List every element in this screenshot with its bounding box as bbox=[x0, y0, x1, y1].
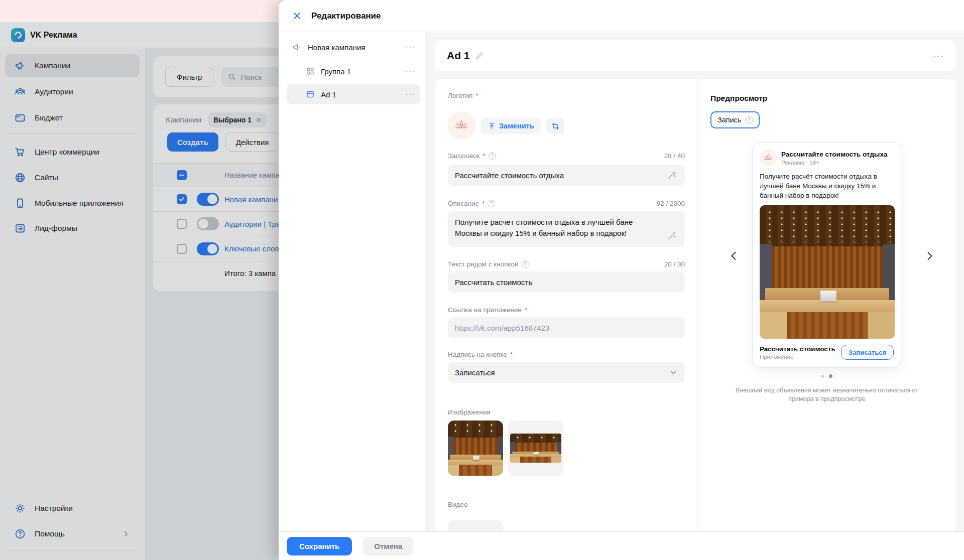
more-icon[interactable]: ··· bbox=[405, 42, 415, 52]
sauna-image bbox=[760, 205, 895, 339]
sauna-image bbox=[448, 421, 503, 476]
megaphone-icon bbox=[292, 42, 302, 52]
preview-cta-title: Рассчитать стоимость bbox=[760, 345, 835, 353]
ad-edit-card: Логотип* Заменить Заголовок* ? bbox=[435, 79, 956, 531]
modal-header: Редактирование bbox=[279, 0, 964, 32]
carousel-prev-arrow[interactable] bbox=[728, 250, 740, 262]
headline-input[interactable] bbox=[448, 165, 685, 186]
form-divider bbox=[448, 484, 685, 484]
preview-cta-subtitle: Приложение bbox=[760, 354, 835, 360]
tree-item-campaign[interactable]: Новая кампания ··· bbox=[287, 37, 420, 57]
edit-modal: Редактирование Новая кампания ··· Группа… bbox=[279, 0, 964, 560]
field-label: Изображения bbox=[448, 408, 491, 416]
field-label: Заголовок bbox=[448, 152, 479, 160]
tree-item-group[interactable]: Группа 1 ··· bbox=[287, 61, 420, 81]
lotus-logo-icon bbox=[453, 117, 469, 133]
chevron-down-icon bbox=[669, 368, 678, 377]
sauna-image bbox=[510, 434, 561, 463]
app-link-input[interactable] bbox=[448, 317, 685, 338]
image-thumbnail-square[interactable] bbox=[448, 421, 503, 476]
field-label: Надпись на кнопке bbox=[448, 351, 507, 358]
preview-disclaimer: Внешний вид объявления может незначитель… bbox=[727, 386, 927, 403]
video-upload-placeholder[interactable] bbox=[448, 520, 503, 531]
modal-footer: Сохранить Отмена bbox=[279, 531, 964, 560]
close-icon[interactable] bbox=[292, 11, 302, 21]
more-icon[interactable]: ··· bbox=[933, 50, 944, 61]
preview-ad-title: Рассчитайте стоимость отдыха bbox=[781, 151, 887, 159]
modal-backdrop[interactable] bbox=[0, 22, 279, 560]
required-asterisk: * bbox=[482, 200, 485, 207]
tree-item-label: Ad 1 bbox=[321, 90, 336, 99]
ad-logo bbox=[760, 150, 777, 167]
save-button[interactable]: Сохранить bbox=[287, 537, 352, 555]
ad-logo-thumbnail bbox=[447, 111, 475, 139]
required-asterisk: * bbox=[483, 152, 485, 160]
ai-wand-icon[interactable] bbox=[667, 170, 677, 180]
crop-icon bbox=[551, 122, 560, 130]
replace-logo-label: Заменить bbox=[499, 122, 534, 130]
carousel-dot[interactable] bbox=[821, 375, 824, 378]
ad-preview-card: Рассчитайте стоимость отдыха Реклама · 1… bbox=[752, 142, 901, 368]
ad-title: Ad 1 bbox=[447, 50, 470, 62]
button-label-select[interactable]: Записаться bbox=[448, 362, 685, 383]
preview-title: Предпросмотр bbox=[710, 94, 767, 103]
images-label-row: Изображения bbox=[448, 408, 685, 416]
structure-tree: Новая кампания ··· Группа 1 ··· Ad 1 ··· bbox=[279, 33, 427, 531]
pencil-icon[interactable] bbox=[475, 51, 484, 60]
preview-panel: Предпросмотр Запись ? Рассчитайте стоимо… bbox=[698, 79, 956, 531]
carousel-dot-active[interactable] bbox=[829, 374, 832, 378]
button-text-label-row: Текст рядом с кнопкой ? 20 / 30 bbox=[448, 260, 685, 268]
select-value: Записаться bbox=[455, 368, 495, 377]
button-text-input[interactable] bbox=[448, 271, 685, 293]
lotus-logo-icon bbox=[763, 153, 774, 164]
field-label: Видео bbox=[448, 501, 467, 508]
description-textarea[interactable]: Получите расчёт стоимости отдыха в лучше… bbox=[448, 211, 685, 247]
carousel-dots[interactable] bbox=[752, 374, 901, 378]
headline-label-row: Заголовок* ? 28 / 40 bbox=[448, 152, 685, 160]
tree-item-ad[interactable]: Ad 1 ··· bbox=[287, 84, 420, 104]
modal-title: Редактирование bbox=[311, 11, 381, 21]
help-icon[interactable]: ? bbox=[489, 152, 496, 160]
ai-wand-icon[interactable] bbox=[667, 231, 677, 241]
preview-ad-image bbox=[760, 205, 895, 339]
required-asterisk: * bbox=[525, 306, 527, 314]
field-label: Логотип bbox=[448, 92, 472, 99]
modal-body: Ad 1 ··· Логотип* Заменить bbox=[427, 33, 964, 531]
help-icon[interactable]: ? bbox=[745, 116, 753, 124]
logo-label-row: Логотип* bbox=[448, 92, 685, 99]
required-asterisk: * bbox=[475, 92, 478, 99]
grid-icon bbox=[306, 67, 315, 76]
button-label-row: Надпись на кнопке* bbox=[448, 351, 685, 358]
field-label: Описание bbox=[448, 200, 479, 207]
preview-cta-button[interactable]: Записаться bbox=[841, 345, 894, 360]
format-chip-label: Запись bbox=[717, 116, 742, 124]
more-icon[interactable]: ··· bbox=[405, 89, 415, 99]
tree-item-label: Новая кампания bbox=[308, 43, 365, 52]
help-icon[interactable]: ? bbox=[522, 260, 529, 268]
screen: VK Реклама Кампании Аудитории Бюджет Цен… bbox=[0, 0, 964, 560]
field-label: Текст рядом с кнопкой bbox=[448, 260, 519, 268]
ad-form: Логотип* Заменить Заголовок* ? bbox=[435, 79, 698, 531]
preview-ad-text: Получите расчёт стоимости отдыха в лучше… bbox=[760, 172, 894, 200]
char-counter: 28 / 40 bbox=[664, 152, 685, 160]
image-thumbnail-wide[interactable] bbox=[508, 421, 563, 476]
more-icon[interactable]: ··· bbox=[405, 66, 415, 76]
required-asterisk: * bbox=[510, 351, 513, 358]
preview-ad-meta: Реклама · 18+ bbox=[781, 160, 887, 166]
ad-icon bbox=[306, 90, 315, 99]
cancel-button[interactable]: Отмена bbox=[363, 537, 413, 555]
ad-header-card: Ad 1 ··· bbox=[435, 40, 956, 71]
description-label-row: Описание* ? 92 / 2000 bbox=[448, 200, 685, 207]
help-icon[interactable]: ? bbox=[488, 200, 495, 207]
char-counter: 92 / 2000 bbox=[657, 200, 685, 207]
tree-item-label: Группа 1 bbox=[321, 67, 351, 76]
replace-logo-button[interactable]: Заменить bbox=[481, 118, 541, 134]
upload-icon bbox=[488, 122, 496, 130]
app-link-label-row: Ссылка на приложение* bbox=[448, 306, 685, 314]
char-counter: 20 / 30 bbox=[664, 260, 685, 268]
video-label-row: Видео bbox=[448, 501, 685, 508]
field-label: Ссылка на приложение bbox=[448, 306, 522, 314]
format-chip-zapis[interactable]: Запись ? bbox=[710, 111, 760, 128]
carousel-next-arrow[interactable] bbox=[923, 250, 935, 262]
crop-logo-button[interactable] bbox=[546, 118, 564, 134]
